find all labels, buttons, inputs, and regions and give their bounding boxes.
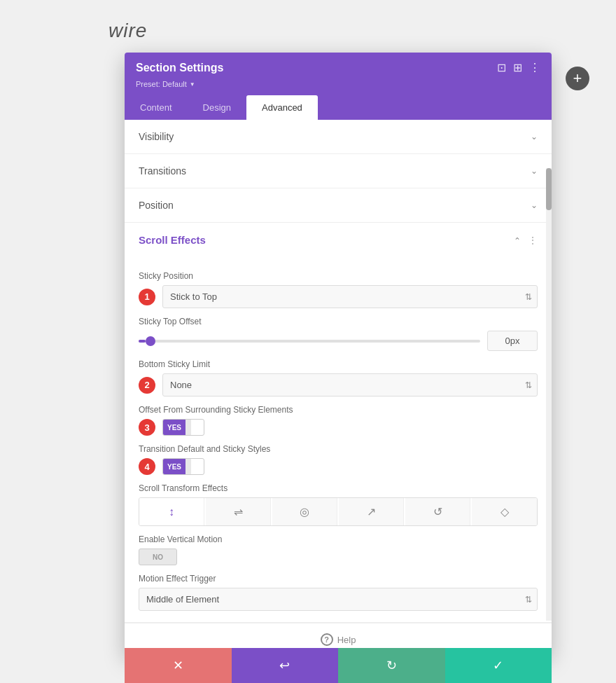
help-label: Help	[337, 635, 356, 645]
transition-default-toggle[interactable]: YES	[162, 458, 204, 475]
section-more-icon[interactable]: ⋮	[528, 235, 538, 246]
help-link[interactable]: ? Help	[321, 633, 356, 646]
sticky-position-select[interactable]: Stick to Top None Stick to Bottom	[162, 285, 538, 308]
transform-cell-opacity[interactable]: ◎	[272, 498, 337, 525]
toggle-yes-label: YES	[163, 420, 186, 435]
section-visibility-title: Visibility	[139, 131, 174, 142]
sticky-position-row: 1 Stick to Top None Stick to Bottom ⇅	[139, 285, 538, 308]
tab-design[interactable]: Design	[188, 95, 246, 120]
enable-vertical-motion-toggle[interactable]: NO	[139, 549, 177, 565]
redo-button[interactable]: ↻	[338, 648, 445, 683]
bottom-sticky-limit-label: Bottom Sticky Limit	[139, 359, 538, 369]
layout-icon[interactable]: ⊞	[513, 61, 522, 74]
sticky-top-offset-input[interactable]: 0px	[487, 331, 538, 351]
transition-default-label: Transition Default and Sticky Styles	[139, 444, 538, 454]
section-transitions-header[interactable]: Transitions ⌄	[125, 154, 552, 188]
transform-cell-rotate[interactable]: ↺	[405, 498, 470, 525]
slider-track[interactable]	[139, 340, 480, 343]
modal-header: Section Settings ⊡ ⊞ ⋮ Preset: Default ▼	[125, 53, 552, 95]
toggle-no-text: NO	[139, 553, 176, 561]
sticky-position-badge: 1	[139, 289, 155, 305]
enable-vertical-motion-row: NO	[139, 549, 538, 565]
modal-panel: Section Settings ⊡ ⊞ ⋮ Preset: Default ▼…	[125, 53, 552, 656]
undo-button[interactable]: ↩	[232, 648, 339, 683]
toggle-no-label	[186, 420, 191, 435]
section-scroll-effects-title: Scroll Effects	[139, 234, 206, 246]
help-icon: ?	[321, 633, 333, 646]
bottom-sticky-limit-badge: 2	[139, 377, 155, 394]
tab-advanced[interactable]: Advanced	[246, 95, 318, 120]
fullscreen-icon[interactable]: ⊡	[497, 61, 506, 74]
sticky-position-label: Sticky Position	[139, 271, 538, 281]
transition-default-badge: 4	[139, 458, 155, 475]
chevron-down-icon: ⌄	[531, 132, 538, 142]
motion-effect-trigger-label: Motion Effect Trigger	[139, 574, 538, 584]
section-visibility-header[interactable]: Visibility ⌄	[125, 120, 552, 153]
section-position: Position ⌄	[125, 188, 552, 223]
sticky-position-select-wrapper: Stick to Top None Stick to Bottom ⇅	[162, 285, 538, 308]
motion-effect-trigger-wrapper: Middle of Element Top of Element Bottom …	[139, 588, 538, 611]
bottom-sticky-limit-select-wrapper: None Section Row ⇅	[162, 373, 538, 396]
section-transitions: Transitions ⌄	[125, 154, 552, 188]
transform-cell-direction[interactable]: ↗	[339, 498, 404, 525]
preset-label: Preset: Default	[136, 80, 187, 88]
sticky-top-offset-row: 0px	[139, 331, 538, 351]
slider-fill	[139, 340, 146, 343]
scrollbar-thumb[interactable]	[546, 168, 552, 210]
offset-surrounding-row: 3 YES	[139, 419, 538, 436]
save-button[interactable]: ✓	[445, 648, 552, 683]
scroll-transform-effects-label: Scroll Transform Effects	[139, 483, 538, 493]
scroll-effects-content: Sticky Position 1 Stick to Top None Stic…	[125, 257, 552, 622]
transition-default-row: 4 YES	[139, 458, 538, 475]
modal-header-icons: ⊡ ⊞ ⋮	[497, 61, 540, 74]
modal-body: Visibility ⌄ Transitions ⌄ Position ⌄ Sc…	[125, 120, 552, 656]
transform-cell-horizontal[interactable]: ⇌	[206, 498, 271, 525]
chevron-down-icon: ⌄	[531, 166, 538, 176]
toggle-no-label	[186, 459, 191, 474]
logo: wire	[108, 20, 147, 42]
chevron-up-icon: ⌄	[514, 235, 521, 245]
scrollbar-track[interactable]	[546, 168, 552, 621]
modal-header-top: Section Settings ⊡ ⊞ ⋮	[136, 61, 540, 80]
section-position-header[interactable]: Position ⌄	[125, 188, 552, 222]
bottom-bar: ✕ ↩ ↻ ✓	[125, 648, 552, 683]
add-button[interactable]: +	[566, 67, 589, 90]
bottom-sticky-limit-row: 2 None Section Row ⇅	[139, 373, 538, 396]
section-visibility: Visibility ⌄	[125, 120, 552, 154]
preset-arrow-icon: ▼	[190, 81, 195, 88]
offset-surrounding-label: Offset From Surrounding Sticky Elements	[139, 405, 538, 415]
bottom-sticky-limit-select[interactable]: None Section Row	[162, 373, 538, 396]
tab-content[interactable]: Content	[125, 95, 188, 120]
scroll-transform-effects-grid: ↕ ⇌ ◎ ↗ ↺ ◇	[139, 497, 538, 526]
section-transitions-title: Transitions	[139, 165, 186, 177]
section-scroll-effects-header[interactable]: Scroll Effects ⌄ ⋮	[125, 223, 552, 257]
transform-cell-blur[interactable]: ◇	[472, 498, 537, 525]
slider-thumb[interactable]	[146, 336, 155, 346]
cancel-button[interactable]: ✕	[125, 648, 232, 683]
modal-title: Section Settings	[136, 62, 223, 74]
section-scroll-effects: Scroll Effects ⌄ ⋮ Sticky Position 1 Sti…	[125, 223, 552, 623]
section-scroll-effects-icons: ⌄ ⋮	[514, 235, 538, 246]
chevron-down-icon: ⌄	[531, 200, 538, 210]
enable-vertical-motion-label: Enable Vertical Motion	[139, 534, 538, 544]
transform-cell-vertical[interactable]: ↕	[139, 498, 204, 525]
offset-surrounding-toggle[interactable]: YES	[162, 419, 204, 436]
motion-effect-trigger-select[interactable]: Middle of Element Top of Element Bottom …	[139, 588, 538, 611]
section-position-title: Position	[139, 200, 174, 211]
modal-tabs: Content Design Advanced	[125, 95, 552, 120]
offset-surrounding-badge: 3	[139, 419, 155, 436]
preset-selector[interactable]: Preset: Default ▼	[136, 80, 540, 95]
sticky-top-offset-label: Sticky Top Offset	[139, 317, 538, 326]
more-options-icon[interactable]: ⋮	[529, 61, 540, 74]
toggle-yes-label: YES	[163, 459, 186, 474]
